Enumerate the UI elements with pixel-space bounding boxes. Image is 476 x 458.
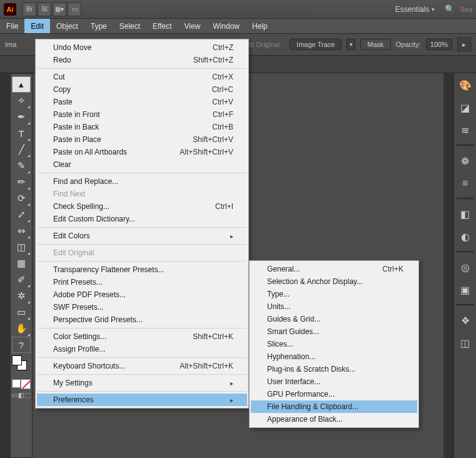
graphic-styles-panel-icon[interactable]: ▣ bbox=[457, 282, 473, 298]
menu-item[interactable]: Hyphenation... bbox=[251, 350, 417, 363]
menu-item[interactable]: Guides & Grid... bbox=[251, 313, 417, 325]
menu-item[interactable]: Assign Profile... bbox=[37, 343, 247, 355]
appearance-panel-icon[interactable]: ◎ bbox=[457, 259, 473, 275]
color-mode-swatch[interactable] bbox=[12, 379, 21, 388]
menu-item-label: Adobe PDF Presets... bbox=[53, 290, 126, 299]
symbol-sprayer-tool[interactable]: ✲ bbox=[12, 288, 31, 304]
arrange-documents-icon[interactable]: ▦▾ bbox=[53, 3, 66, 16]
pen-tool[interactable]: ✒ bbox=[12, 109, 31, 125]
symbols-panel-icon[interactable]: ❁ bbox=[457, 153, 473, 169]
gpu-icon[interactable]: ▭ bbox=[68, 3, 81, 16]
menu-item[interactable]: Preferences bbox=[37, 394, 247, 406]
type-tool[interactable]: T bbox=[12, 125, 31, 141]
menu-item-label: SWF Presets... bbox=[53, 303, 104, 312]
menu-item[interactable]: File Handling & Clipboard... bbox=[251, 400, 417, 413]
artboard-tool[interactable]: ▭ bbox=[12, 304, 31, 320]
menu-item[interactable]: General...Ctrl+K bbox=[251, 263, 417, 275]
menu-effect[interactable]: Effect bbox=[146, 19, 178, 33]
fill-stroke-swatch[interactable] bbox=[12, 355, 31, 373]
rotate-tool[interactable]: ⟳ bbox=[12, 190, 31, 206]
menu-item[interactable]: Appearance of Black... bbox=[251, 413, 417, 425]
menu-item[interactable]: Undo MoveCtrl+Z bbox=[37, 41, 247, 54]
help-tool[interactable]: ? bbox=[12, 337, 31, 353]
search-icon[interactable]: 🔍 bbox=[445, 4, 455, 14]
image-trace-button[interactable]: Image Trace bbox=[290, 39, 342, 50]
menu-item[interactable]: Print Presets... bbox=[37, 276, 247, 288]
menu-item[interactable]: Transparency Flattener Presets... bbox=[37, 263, 247, 276]
asset-export-panel-icon[interactable]: ◫ bbox=[457, 335, 473, 351]
menu-item[interactable]: Clear bbox=[37, 158, 247, 171]
paintbrush-tool[interactable]: ✎ bbox=[12, 158, 31, 174]
menu-item[interactable]: Smart Guides... bbox=[251, 325, 417, 338]
menu-item[interactable]: Edit Custom Dictionary... bbox=[37, 213, 247, 225]
menu-item-label: Paste in Front bbox=[53, 110, 100, 119]
menu-item[interactable]: Perspective Grid Presets... bbox=[37, 313, 247, 326]
menu-item[interactable]: Paste in PlaceShift+Ctrl+V bbox=[37, 133, 247, 146]
menu-item[interactable]: CutCtrl+X bbox=[37, 71, 247, 83]
menu-item[interactable]: RedoShift+Ctrl+Z bbox=[37, 54, 247, 66]
menu-item[interactable]: Type... bbox=[251, 288, 417, 300]
menu-select[interactable]: Select bbox=[113, 19, 146, 33]
menu-item[interactable]: Paste in BackCtrl+B bbox=[37, 121, 247, 133]
workspace-switcher[interactable]: Essentials ▾ bbox=[390, 3, 440, 16]
screen-mode-icon[interactable]: ◧ bbox=[18, 392, 24, 399]
pencil-tool[interactable]: ✏ bbox=[12, 174, 31, 190]
menu-item[interactable]: Slices... bbox=[251, 338, 417, 350]
menu-item[interactable]: Color Settings...Shift+Ctrl+K bbox=[37, 330, 247, 343]
brushes-panel-icon[interactable]: ≋ bbox=[457, 122, 473, 138]
scale-tool[interactable]: ⤢ bbox=[12, 206, 31, 223]
line-tool[interactable]: ╱ bbox=[12, 141, 31, 158]
mesh-tool[interactable]: ▦ bbox=[12, 255, 31, 272]
menu-item[interactable]: Find and Replace... bbox=[37, 175, 247, 188]
menu-edit[interactable]: Edit bbox=[24, 19, 50, 33]
mask-button[interactable]: Mask bbox=[360, 39, 390, 50]
menu-item-shortcut: Ctrl+B bbox=[212, 123, 233, 131]
hand-tool[interactable]: ✋ bbox=[12, 320, 31, 337]
menu-item-label: Cut bbox=[53, 73, 65, 81]
menu-bar: File Edit Object Type Select Effect View… bbox=[0, 19, 476, 34]
eyedropper-tool[interactable]: ✐ bbox=[12, 272, 31, 288]
menu-item[interactable]: GPU Performance... bbox=[251, 388, 417, 400]
menu-window[interactable]: Window bbox=[206, 19, 246, 33]
screen-mode-icon[interactable]: ▭ bbox=[12, 392, 18, 399]
menu-item[interactable]: SWF Presets... bbox=[37, 301, 247, 313]
menu-item[interactable]: User Interface... bbox=[251, 375, 417, 388]
width-tool[interactable]: ⇔ bbox=[12, 223, 31, 239]
control-bar-more-icon[interactable]: ▸ bbox=[457, 38, 471, 51]
menu-item[interactable]: Paste on All ArtboardsAlt+Shift+Ctrl+V bbox=[37, 146, 247, 158]
menu-item[interactable]: My Settings bbox=[37, 377, 247, 389]
color-panel-icon[interactable]: 🎨 bbox=[457, 77, 473, 93]
color-mode-swatch[interactable] bbox=[21, 379, 31, 389]
bridge-icon[interactable]: Br bbox=[23, 3, 36, 16]
magic-wand-tool[interactable]: ✧ bbox=[12, 93, 31, 109]
stock-icon[interactable]: St bbox=[38, 3, 51, 16]
shape-builder-tool[interactable]: ◫ bbox=[12, 239, 31, 255]
menu-item-label: Find Next bbox=[53, 190, 85, 198]
menu-item[interactable]: Plug-ins & Scratch Disks... bbox=[251, 363, 417, 375]
menu-item[interactable]: Keyboard Shortcuts...Alt+Shift+Ctrl+K bbox=[37, 360, 247, 372]
image-trace-dropdown[interactable]: ▾ bbox=[347, 39, 355, 50]
menu-item[interactable]: Units... bbox=[251, 300, 417, 313]
menu-item[interactable]: Adobe PDF Presets... bbox=[37, 288, 247, 301]
menu-item[interactable]: Edit Colors bbox=[37, 230, 247, 242]
menu-file[interactable]: File bbox=[0, 19, 24, 33]
menu-item[interactable]: Selection & Anchor Display... bbox=[251, 275, 417, 288]
transparency-panel-icon[interactable]: ◐ bbox=[457, 228, 473, 245]
menu-item[interactable]: PasteCtrl+V bbox=[37, 96, 247, 108]
menu-view[interactable]: View bbox=[178, 19, 207, 33]
menu-object[interactable]: Object bbox=[50, 19, 84, 33]
menu-item[interactable]: Check Spelling...Ctrl+I bbox=[37, 200, 247, 213]
menu-help[interactable]: Help bbox=[246, 19, 274, 33]
stroke-panel-icon[interactable]: ≡ bbox=[457, 175, 473, 191]
selection-tool[interactable]: ▴ bbox=[12, 76, 31, 93]
swatches-panel-icon[interactable]: ◪ bbox=[457, 99, 473, 116]
menu-item[interactable]: CopyCtrl+C bbox=[37, 83, 247, 96]
menu-type[interactable]: Type bbox=[84, 19, 113, 33]
screen-mode-icon[interactable]: ⬚ bbox=[24, 392, 31, 399]
fill-swatch[interactable] bbox=[12, 355, 22, 365]
opacity-input[interactable]: 100% bbox=[426, 39, 452, 50]
layers-panel-icon[interactable]: ❖ bbox=[457, 312, 473, 328]
gradient-panel-icon[interactable]: ◧ bbox=[457, 206, 473, 222]
menu-item[interactable]: Paste in FrontCtrl+F bbox=[37, 108, 247, 121]
preferences-submenu: General...Ctrl+KSelection & Anchor Displ… bbox=[249, 260, 419, 428]
